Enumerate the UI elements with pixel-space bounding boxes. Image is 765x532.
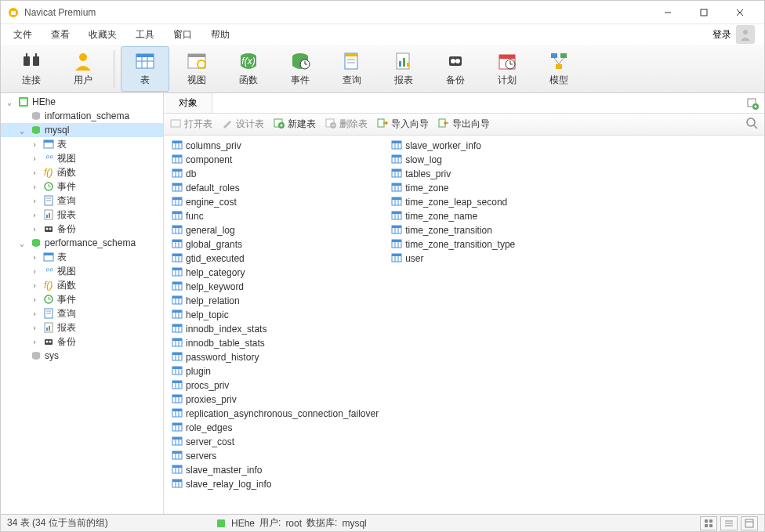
- tree-node-备份[interactable]: ›备份: [1, 335, 163, 349]
- tree-node-视图[interactable]: ›ᵒᵒ视图: [1, 264, 163, 278]
- table-item[interactable]: slow_log: [390, 153, 517, 167]
- expander-icon[interactable]: ›: [29, 281, 40, 290]
- view-grid-button[interactable]: [700, 516, 717, 530]
- tree-node-视图[interactable]: ›ᵒᵒ视图: [1, 151, 163, 165]
- table-item[interactable]: func: [170, 209, 380, 223]
- expander-icon[interactable]: ›: [29, 225, 40, 233]
- toolbar-backup[interactable]: 备份: [431, 46, 480, 92]
- add-object-icon[interactable]: [741, 97, 764, 110]
- tree-node-mysql[interactable]: ⌄mysql: [1, 123, 163, 137]
- view-list-button[interactable]: [720, 516, 738, 530]
- expander-icon[interactable]: ›: [29, 168, 40, 177]
- expander-icon[interactable]: ›: [29, 183, 40, 191]
- expander-icon[interactable]: ›: [29, 309, 40, 318]
- table-item[interactable]: help_category: [170, 266, 380, 280]
- menu-2[interactable]: 收藏夹: [79, 25, 126, 45]
- action-export[interactable]: 导出向导: [438, 118, 490, 131]
- table-item[interactable]: time_zone: [390, 181, 517, 195]
- tree-node-performance_schema[interactable]: ⌄performance_schema: [1, 236, 163, 250]
- toolbar-model[interactable]: 模型: [535, 46, 583, 92]
- table-item[interactable]: db: [170, 167, 380, 181]
- expander-icon[interactable]: ›: [29, 154, 40, 163]
- minimize-button[interactable]: [650, 1, 686, 24]
- menu-3[interactable]: 工具: [126, 25, 164, 45]
- menu-5[interactable]: 帮助: [201, 25, 239, 45]
- search-icon[interactable]: [745, 117, 758, 132]
- table-item[interactable]: plugin: [170, 364, 380, 378]
- tree-node-备份[interactable]: ›备份: [1, 222, 163, 236]
- table-item[interactable]: innodb_table_stats: [170, 336, 380, 350]
- expander-icon[interactable]: ›: [29, 295, 40, 304]
- action-import[interactable]: 导入向导: [377, 118, 429, 131]
- toolbar-query[interactable]: 查询: [328, 46, 376, 92]
- expander-icon[interactable]: ⌄: [16, 239, 27, 248]
- tree-node-表[interactable]: ›表: [1, 137, 163, 151]
- tree-node-查询[interactable]: ›查询: [1, 194, 163, 208]
- table-item[interactable]: help_relation: [170, 294, 380, 308]
- expander-icon[interactable]: ›: [29, 324, 40, 332]
- tree-node-事件[interactable]: ›事件: [1, 292, 163, 306]
- table-item[interactable]: replication_asynchronous_connection_fail…: [170, 407, 380, 421]
- table-item[interactable]: component: [170, 153, 380, 167]
- table-item[interactable]: time_zone_name: [390, 209, 517, 223]
- table-item[interactable]: innodb_index_stats: [170, 322, 380, 336]
- tree-node-报表[interactable]: ›报表: [1, 208, 163, 222]
- table-item[interactable]: user: [390, 252, 517, 266]
- toolbar-table[interactable]: 表: [121, 46, 169, 92]
- table-item[interactable]: slave_relay_log_info: [170, 477, 380, 491]
- expander-icon[interactable]: ›: [29, 140, 40, 149]
- table-item[interactable]: time_zone_transition_type: [390, 237, 517, 252]
- tree-node-事件[interactable]: ›事件: [1, 179, 163, 194]
- table-item[interactable]: time_zone_leap_second: [390, 195, 517, 209]
- expander-icon[interactable]: ›: [29, 338, 40, 346]
- expander-icon[interactable]: ›: [29, 211, 40, 219]
- action-new[interactable]: 新建表: [274, 118, 316, 131]
- toolbar-function[interactable]: f(x)函数: [224, 46, 273, 92]
- tree-node-information_schema[interactable]: information_schema: [1, 109, 163, 123]
- table-item[interactable]: slave_master_info: [170, 463, 380, 477]
- tree-node-查询[interactable]: ›查询: [1, 306, 163, 320]
- tree-node-表[interactable]: ›表: [1, 250, 163, 264]
- table-item[interactable]: default_roles: [170, 181, 380, 195]
- table-item[interactable]: columns_priv: [170, 139, 380, 153]
- toolbar-connect[interactable]: 连接: [7, 46, 56, 92]
- toolbar-user[interactable]: 用户: [59, 46, 107, 92]
- table-item[interactable]: server_cost: [170, 435, 380, 449]
- toolbar-event[interactable]: 事件: [276, 46, 324, 92]
- toolbar-view[interactable]: 视图: [172, 46, 221, 92]
- view-detail-button[interactable]: [741, 516, 758, 530]
- objects-tab[interactable]: 对象: [164, 93, 212, 114]
- table-item[interactable]: procs_priv: [170, 378, 380, 393]
- login-link[interactable]: 登录: [712, 28, 731, 42]
- table-item[interactable]: proxies_priv: [170, 393, 380, 407]
- table-item[interactable]: password_history: [170, 350, 380, 364]
- tree-node-报表[interactable]: ›报表: [1, 320, 163, 335]
- table-item[interactable]: global_grants: [170, 237, 380, 252]
- tree-node-函数[interactable]: ›f()函数: [1, 278, 163, 292]
- expander-icon[interactable]: ›: [29, 253, 40, 262]
- menu-0[interactable]: 文件: [4, 25, 42, 45]
- expander-icon[interactable]: ⌄: [4, 98, 15, 107]
- close-button[interactable]: [722, 1, 758, 24]
- object-tree[interactable]: ⌄HEheinformation_schema⌄mysql›表›ᵒᵒ视图›f()…: [1, 93, 164, 514]
- table-item[interactable]: help_topic: [170, 308, 380, 322]
- maximize-button[interactable]: [686, 1, 722, 24]
- table-item[interactable]: servers: [170, 449, 380, 463]
- expander-icon[interactable]: ›: [29, 197, 40, 205]
- search-input[interactable]: [212, 96, 741, 111]
- tree-node-HEhe[interactable]: ⌄HEhe: [1, 95, 163, 109]
- menu-1[interactable]: 查看: [42, 25, 79, 45]
- avatar[interactable]: [736, 25, 755, 44]
- menu-4[interactable]: 窗口: [164, 25, 201, 45]
- toolbar-schedule[interactable]: 计划: [483, 46, 531, 92]
- table-item[interactable]: help_keyword: [170, 280, 380, 294]
- table-item[interactable]: tables_priv: [390, 167, 517, 181]
- toolbar-report[interactable]: 报表: [379, 46, 428, 92]
- table-item[interactable]: gtid_executed: [170, 252, 380, 266]
- table-item[interactable]: role_edges: [170, 421, 380, 435]
- tree-node-sys[interactable]: sys: [1, 349, 163, 363]
- tree-node-函数[interactable]: ›f()函数: [1, 165, 163, 179]
- table-item[interactable]: slave_worker_info: [390, 139, 517, 153]
- expander-icon[interactable]: ›: [29, 267, 40, 276]
- table-item[interactable]: engine_cost: [170, 195, 380, 209]
